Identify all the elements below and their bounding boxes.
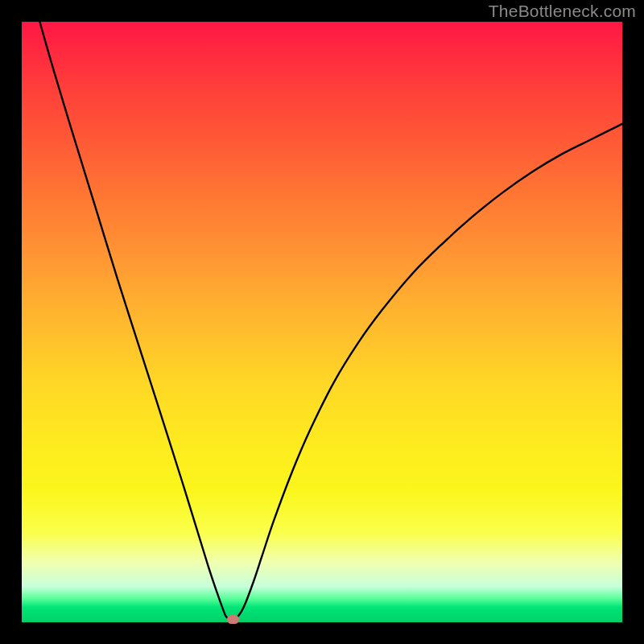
chart-frame: TheBottleneck.com <box>0 0 644 644</box>
plot-area <box>22 22 622 622</box>
watermark-text: TheBottleneck.com <box>489 2 636 21</box>
bottleneck-curve <box>22 22 622 622</box>
optimum-marker <box>227 615 239 624</box>
